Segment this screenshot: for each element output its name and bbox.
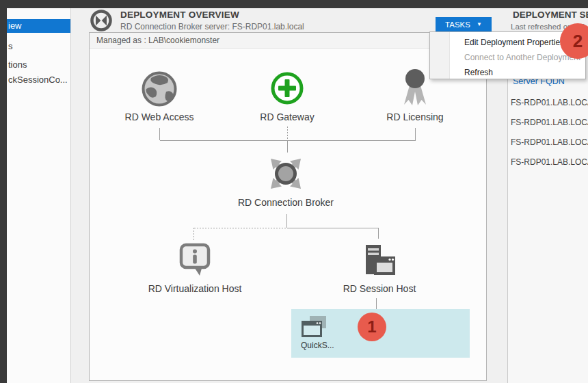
server-row[interactable]: FS-RDP01.LAB.LOCAL <box>511 98 588 107</box>
deployment-servers-panel-border <box>507 32 508 383</box>
tasks-button-label: TASKS <box>445 21 470 29</box>
left-dark-strip <box>0 0 7 383</box>
sidebar-item-servers[interactable]: s <box>7 40 71 53</box>
connection-broker-icon[interactable] <box>268 156 304 194</box>
rds-sidebar: iew s tions ckSessionCo... <box>7 8 70 383</box>
globe-icon[interactable] <box>141 70 178 110</box>
add-gateway-plus-icon[interactable] <box>270 71 304 108</box>
page-title: DEPLOYMENT OVERVIEW <box>120 10 239 20</box>
sidebar-item-collections[interactable]: tions <box>7 58 71 72</box>
server-row[interactable]: FS-RDP01.LAB.LOCAL <box>511 137 588 147</box>
sidebar-divider <box>70 8 71 383</box>
sidebar-item-quicksessioncollection[interactable]: ckSessionCo... <box>7 73 71 87</box>
annotation-badge-1: 1 <box>358 313 386 341</box>
server-row[interactable]: FS-RDP01.LAB.LOCAL <box>511 118 588 127</box>
server-row[interactable]: FS-RDP01.LAB.LOCAL <box>511 157 588 167</box>
rds-deployment-icon <box>89 8 113 33</box>
window-top-bar <box>0 0 588 8</box>
page-subtitle: RD Connection Broker server: FS-RDP01.la… <box>120 22 304 31</box>
info-bubble-icon[interactable] <box>177 242 213 280</box>
deployment-servers-title: DEPLOYMENT SER <box>513 10 588 20</box>
node-label-session-host: RD Session Host <box>311 283 448 294</box>
server-window-icon[interactable] <box>360 241 399 282</box>
award-ribbon-icon[interactable] <box>396 67 434 112</box>
windows-stack-icon <box>299 315 330 343</box>
tasks-button[interactable]: TASKS ▼ <box>436 17 492 31</box>
node-label-licensing: RD Licensing <box>353 111 477 122</box>
collection-tile-label: QuickS... <box>301 341 334 350</box>
node-label-web-access: RD Web Access <box>98 111 221 122</box>
chevron-down-icon: ▼ <box>477 22 482 27</box>
sidebar-item-overview[interactable]: iew <box>7 19 71 33</box>
managed-as-bar: Managed as : LAB\cookiemonster <box>90 33 486 49</box>
node-label-virtualization-host: RD Virtualization Host <box>126 283 263 294</box>
node-label-connection-broker: RD Connection Broker <box>217 197 354 208</box>
node-label-gateway: RD Gateway <box>226 111 349 122</box>
menu-item-refresh[interactable]: Refresh <box>450 65 585 80</box>
